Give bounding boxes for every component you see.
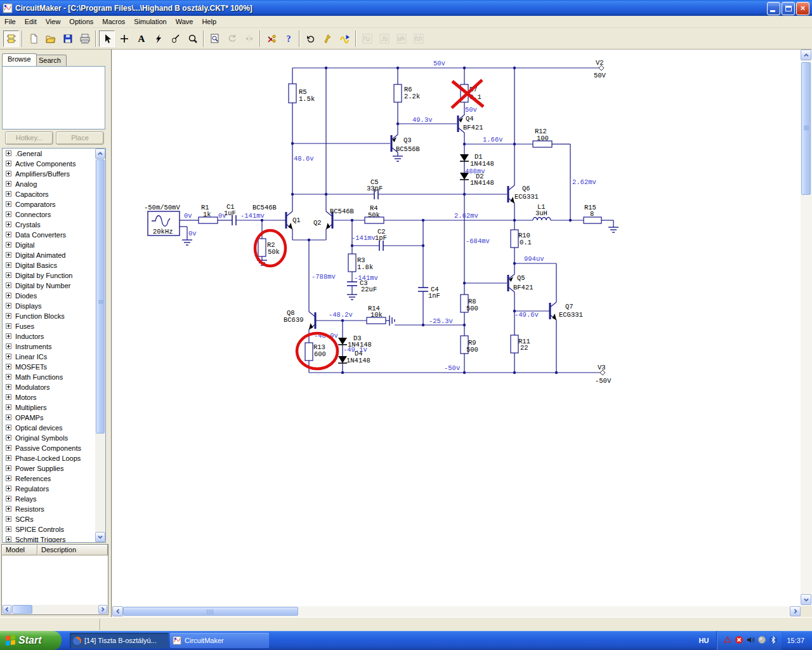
update-icon[interactable]: [757, 635, 766, 644]
resistor[interactable]: [394, 84, 402, 102]
vertical-scrollbar[interactable]: [801, 50, 812, 606]
voltage-annotation[interactable]: -141mv: [354, 274, 378, 282]
tree-scrollbar[interactable]: [95, 149, 105, 542]
component-label[interactable]: 3uH: [535, 209, 547, 217]
component-label[interactable]: BC546B: [252, 204, 277, 211]
taskbar-task-2[interactable]: CircuitMaker: [170, 633, 269, 648]
expand-icon[interactable]: [6, 445, 11, 451]
component-label[interactable]: Q4: [466, 115, 474, 123]
menu-edit[interactable]: Edit: [20, 17, 41, 27]
expand-icon[interactable]: [6, 496, 11, 501]
hotkey-button[interactable]: Hotkey...: [5, 131, 53, 145]
component-label[interactable]: 1.5k: [299, 95, 315, 103]
component-label[interactable]: BF421: [513, 284, 534, 291]
voltage-annotation[interactable]: 50v: [433, 60, 445, 67]
tree-item-multipliers[interactable]: Multipliers: [3, 402, 105, 413]
tree-scroll-up[interactable]: [95, 149, 105, 159]
tree-item-relays[interactable]: Relays: [3, 494, 105, 504]
expand-icon[interactable]: [6, 242, 11, 248]
save-tool-button[interactable]: [60, 30, 75, 47]
scope-a-tool-button[interactable]: [359, 30, 375, 47]
cursor-tool-button[interactable]: [99, 30, 115, 47]
expand-icon[interactable]: [6, 343, 11, 349]
close-button[interactable]: ×: [796, 2, 809, 15]
tree-item-active-components[interactable]: Active Components: [3, 159, 105, 169]
expand-icon[interactable]: [6, 323, 11, 329]
component-label[interactable]: 1N4148: [346, 357, 370, 364]
transistor-base-bar[interactable]: [508, 275, 509, 291]
vscroll-thumb[interactable]: [801, 62, 811, 195]
component-label[interactable]: ECG331: [514, 193, 539, 201]
mirror-tool-button[interactable]: [241, 30, 257, 47]
expand-icon[interactable]: [6, 181, 11, 187]
voltage-annotation[interactable]: 0v: [218, 212, 226, 220]
model-column-header[interactable]: Model: [2, 545, 37, 555]
description-column-header[interactable]: Description: [37, 545, 108, 555]
tree-item-power-supplies[interactable]: Power Supplies: [3, 463, 105, 474]
tree-item-digital-by-number[interactable]: Digital by Number: [3, 281, 105, 291]
language-indicator[interactable]: HU: [691, 637, 717, 644]
expand-icon[interactable]: [6, 333, 11, 339]
resistor[interactable]: [289, 84, 296, 103]
expand-icon[interactable]: [6, 313, 11, 319]
diode[interactable]: [338, 338, 347, 345]
tree-item-resistors[interactable]: Resistors: [3, 504, 105, 514]
tree-item-analog[interactable]: Analog: [3, 179, 105, 189]
zoom-doc-tool-button[interactable]: [207, 30, 223, 47]
voltage-annotation[interactable]: 50v: [465, 106, 477, 114]
tree-item-spice-controls[interactable]: SPICE Controls: [3, 524, 105, 534]
tree-item-phase-locked-loops[interactable]: Phase-Locked Loops: [3, 453, 105, 463]
component-label[interactable]: BC546B: [330, 208, 354, 215]
lightning-tool-button[interactable]: [150, 30, 166, 47]
voltage-annotation[interactable]: -141mv: [240, 212, 265, 220]
tab-search[interactable]: Search: [33, 55, 67, 66]
component-label[interactable]: 0.1: [520, 239, 532, 246]
voltage-annotation[interactable]: -141mv: [351, 234, 376, 242]
voltage-annotation[interactable]: -788mv: [311, 273, 336, 281]
new-tool-button[interactable]: [25, 30, 41, 47]
voltage-annotation[interactable]: 49.3v: [412, 116, 433, 124]
tree-item-data-converters[interactable]: Data Converters: [3, 230, 105, 240]
scroll-left-button[interactable]: [112, 606, 123, 616]
minimize-button[interactable]: [767, 2, 780, 15]
tree-item-digital-basics[interactable]: Digital Basics: [3, 260, 105, 270]
expand-icon[interactable]: [6, 232, 11, 237]
expand-icon[interactable]: [6, 415, 11, 420]
plus-tool-button[interactable]: [116, 30, 132, 47]
component-label[interactable]: 1.8k: [357, 263, 373, 271]
component-label[interactable]: 1pF: [375, 234, 387, 242]
resistor[interactable]: [348, 254, 356, 272]
display-icon[interactable]: [723, 635, 732, 644]
component-label[interactable]: 33pF: [367, 185, 383, 192]
component-label[interactable]: 100: [537, 135, 549, 142]
tree-item-passive-components[interactable]: Passive Components: [3, 443, 105, 453]
component-label[interactable]: 50k: [368, 211, 380, 219]
component-label[interactable]: 2.2k: [404, 93, 420, 100]
component-label[interactable]: 500: [466, 305, 478, 312]
tree-item-digital-animated[interactable]: Digital Animated: [3, 250, 105, 260]
expand-icon[interactable]: [6, 303, 11, 308]
scope-b-tool-button[interactable]: [376, 30, 392, 47]
expand-icon[interactable]: [6, 384, 11, 390]
voltage-annotation[interactable]: 994uv: [524, 255, 544, 263]
tree-item-amplifiers-buffers[interactable]: Amplifiers/Buffers: [3, 169, 105, 179]
tree-item-crystals[interactable]: Crystals: [3, 220, 105, 230]
component-label[interactable]: -50V: [595, 377, 612, 385]
expand-icon[interactable]: [6, 465, 11, 471]
expand-icon[interactable]: [6, 374, 11, 380]
text-tool-button[interactable]: A: [133, 30, 149, 47]
resistor[interactable]: [258, 239, 266, 256]
component-label[interactable]: ECG331: [559, 311, 583, 319]
tree-item--general[interactable]: .General: [3, 149, 105, 159]
tree-item-schmitt-triggers[interactable]: Schmitt Triggers: [3, 534, 105, 543]
bluetooth-icon[interactable]: [769, 635, 778, 644]
voltage-annotation[interactable]: 1.66v: [483, 136, 503, 143]
expand-icon[interactable]: [6, 293, 11, 298]
tab-browse[interactable]: Browse: [2, 53, 37, 66]
component-label[interactable]: BC556B: [396, 145, 420, 153]
expand-icon[interactable]: [6, 394, 11, 400]
tree-item-capacitors[interactable]: Capacitors: [3, 189, 105, 199]
scope-d-tool-button[interactable]: [410, 30, 426, 47]
model-scroll-thumb[interactable]: [12, 605, 32, 614]
tree-item-displays[interactable]: Displays: [3, 301, 105, 311]
